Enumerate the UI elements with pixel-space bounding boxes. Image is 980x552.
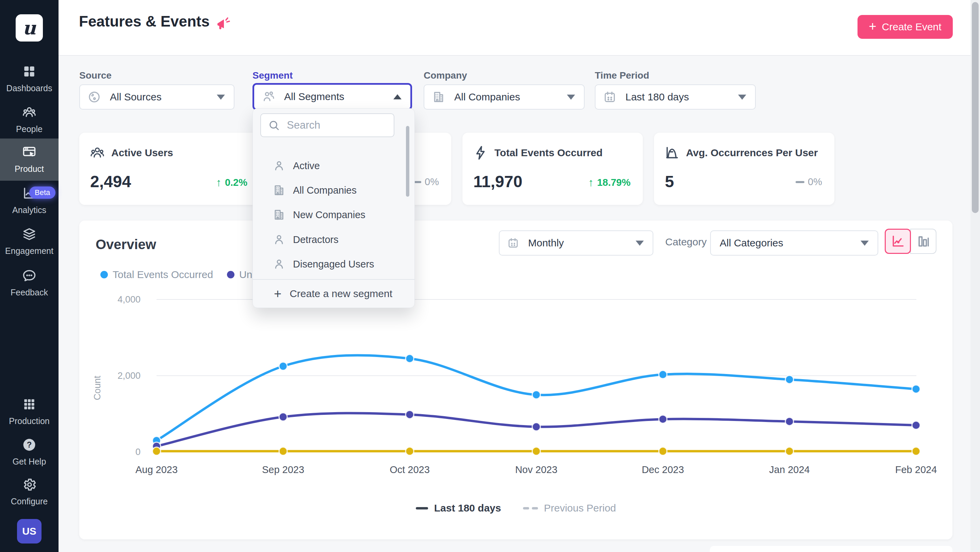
- user-avatar[interactable]: US: [17, 519, 41, 544]
- source-filter-value: All Sources: [110, 91, 162, 103]
- overview-title: Overview: [95, 237, 156, 252]
- svg-text:0: 0: [135, 447, 140, 457]
- option-label: Active: [293, 160, 320, 172]
- legend-total-events[interactable]: Total Events Occurred: [100, 269, 213, 280]
- sidebar: u Dashboards People Product Beta Analyti…: [0, 0, 59, 552]
- people-icon: [22, 105, 37, 120]
- chevron-down-icon: [636, 240, 644, 246]
- plus-icon: +: [869, 19, 876, 34]
- calendar-icon: [603, 90, 617, 104]
- beta-badge: Beta: [29, 186, 56, 199]
- source-filter-select[interactable]: All Sources: [79, 84, 234, 110]
- building-icon: [272, 184, 285, 197]
- granularity-value: Monthly: [528, 237, 564, 249]
- svg-text:4,000: 4,000: [118, 294, 140, 305]
- granularity-select[interactable]: Monthly: [499, 231, 653, 256]
- sidebar-item-engagement[interactable]: Engagement: [0, 221, 59, 263]
- line-chart-toggle[interactable]: [885, 229, 911, 254]
- stat-card-active-users: Active Users 2,494 ↑0.2%: [79, 133, 259, 205]
- company-filter-label: Company: [424, 70, 467, 81]
- category-select[interactable]: All Categories: [710, 231, 878, 256]
- time-period-filter-select[interactable]: Last 180 days: [595, 84, 756, 110]
- bar-chart-toggle[interactable]: [910, 229, 937, 254]
- company-filter-value: All Companies: [454, 91, 520, 103]
- sidebar-item-label: Dashboards: [0, 83, 59, 93]
- avatar-initials: US: [22, 525, 37, 537]
- question-circle-icon: ?: [22, 437, 37, 452]
- segment-filter-select[interactable]: All Segments: [253, 83, 412, 110]
- building-icon: [272, 208, 285, 221]
- sidebar-item-configure[interactable]: Configure: [0, 471, 59, 513]
- option-label: All Companies: [293, 185, 356, 196]
- bell-curve-icon: [664, 145, 680, 161]
- svg-text:Jan 2024: Jan 2024: [769, 464, 810, 475]
- layers-icon: [22, 227, 37, 242]
- person-icon: [272, 233, 285, 246]
- segment-filter-label: Segment: [253, 70, 293, 81]
- time-period-filter-value: Last 180 days: [625, 91, 689, 103]
- chart-view-toggle-group: [885, 229, 937, 254]
- sidebar-item-feedback[interactable]: Feedback: [0, 262, 59, 304]
- stat-card-total-events: Total Events Occurred 11,970 ↑18.79%: [463, 133, 643, 205]
- trend-up-icon: ↑: [588, 176, 594, 189]
- legend-label: Previous Period: [544, 502, 616, 514]
- option-label: Detractors: [293, 234, 339, 245]
- sidebar-item-label: People: [0, 124, 59, 134]
- option-label: New Companies: [293, 209, 366, 221]
- sidebar-item-analytics[interactable]: Beta Analytics: [0, 180, 59, 222]
- company-filter-select[interactable]: All Companies: [424, 84, 585, 110]
- create-event-button[interactable]: + Create Event: [858, 15, 953, 39]
- segment-option-disengaged-users[interactable]: Disengaged Users: [253, 252, 414, 276]
- chart-canvas: 02,0004,000CountAug 2023Sep 2023Oct 2023…: [79, 289, 953, 483]
- create-event-label: Create Event: [882, 21, 942, 33]
- segment-option-new-companies[interactable]: New Companies: [253, 202, 414, 227]
- trend-flat-icon: [795, 181, 804, 183]
- apps-grid-icon: [22, 397, 37, 412]
- stat-title: Avg. Occurrences Per User: [686, 147, 818, 159]
- page-scrollbar-thumb[interactable]: [972, 2, 978, 213]
- svg-text:Dec 2023: Dec 2023: [642, 464, 684, 475]
- sidebar-item-people[interactable]: People: [0, 99, 59, 141]
- stat-delta: 18.79%: [597, 177, 630, 188]
- segment-search-box[interactable]: [260, 113, 395, 137]
- users-icon: [262, 90, 275, 103]
- line-chart[interactable]: 02,0004,000CountAug 2023Sep 2023Oct 2023…: [79, 289, 953, 483]
- stat-title: Total Events Occurred: [495, 147, 603, 159]
- time-period-filter-label: Time Period: [595, 70, 649, 81]
- legend-unique-truncated[interactable]: Un: [227, 269, 252, 280]
- segment-option-detractors[interactable]: Detractors: [253, 227, 414, 252]
- segment-option-all-companies[interactable]: All Companies: [253, 178, 414, 202]
- chevron-down-icon: [738, 95, 746, 100]
- stat-delta: 0%: [425, 176, 439, 188]
- create-segment-button[interactable]: + Create a new segment: [253, 279, 414, 308]
- sidebar-item-production[interactable]: Production: [0, 391, 59, 433]
- option-label: Disengaged Users: [293, 259, 374, 270]
- sidebar-item-label: Configure: [0, 496, 59, 506]
- legend-label: Total Events Occurred: [113, 269, 213, 280]
- lightning-icon: [473, 145, 488, 161]
- search-icon: [268, 119, 280, 131]
- page-header: Features & Events + Create Event: [59, 0, 980, 56]
- stat-value: 2,494: [90, 172, 131, 191]
- building-icon: [432, 90, 445, 104]
- sidebar-item-dashboards[interactable]: Dashboards: [0, 58, 59, 100]
- category-value: All Categories: [720, 237, 783, 249]
- sidebar-item-label: Product: [0, 164, 59, 174]
- svg-text:2,000: 2,000: [118, 371, 140, 381]
- stat-value: 11,970: [473, 172, 522, 191]
- segment-option-active[interactable]: Active: [253, 153, 414, 178]
- source-filter-label: Source: [79, 70, 111, 81]
- overview-panel: Overview Total Events Occurred Un Monthl…: [79, 221, 953, 539]
- person-icon: [272, 159, 285, 172]
- legend-label: Last 180 days: [434, 502, 501, 514]
- app-logo[interactable]: u: [16, 14, 43, 41]
- sidebar-item-get-help[interactable]: ? Get Help: [0, 431, 59, 473]
- sidebar-item-product[interactable]: Product: [0, 138, 59, 181]
- page-title: Features & Events: [79, 13, 210, 30]
- bar-chart-icon: [916, 234, 931, 249]
- dropdown-scrollbar-thumb[interactable]: [406, 126, 409, 197]
- megaphone-icon: [215, 16, 231, 32]
- segment-search-input[interactable]: [286, 119, 386, 132]
- legend-dot-purple: [227, 271, 234, 278]
- sidebar-item-label: Engagement: [0, 246, 59, 256]
